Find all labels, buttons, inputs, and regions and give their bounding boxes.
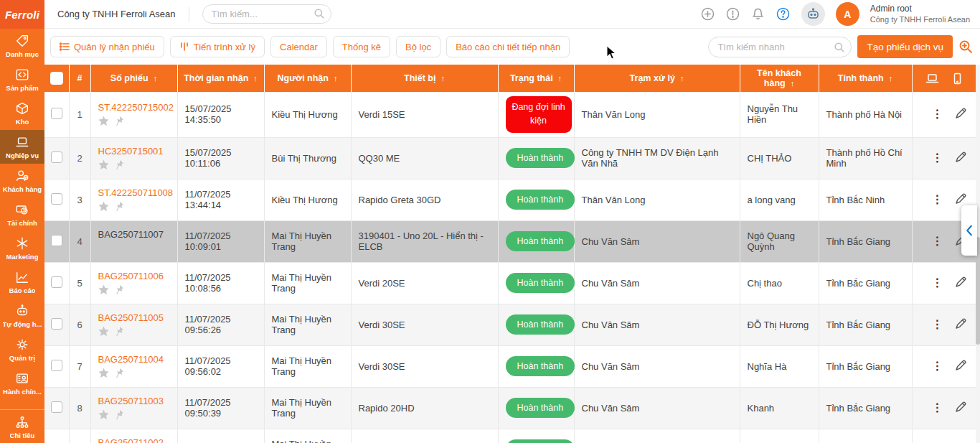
row-checkbox[interactable]: [51, 276, 62, 288]
receiver-cell: Bùi Thị Thương: [264, 137, 351, 179]
kebab-menu-icon[interactable]: ⋮: [932, 402, 943, 414]
row-checkbox[interactable]: [51, 151, 62, 163]
zoom-in-icon[interactable]: [958, 39, 973, 54]
svg-text:$: $: [23, 208, 26, 213]
edit-icon[interactable]: [955, 107, 967, 121]
kebab-menu-icon[interactable]: ⋮: [932, 319, 943, 330]
ticket-flags: [98, 368, 170, 378]
side-panel-expander[interactable]: [961, 205, 977, 256]
row-checkbox[interactable]: [51, 108, 62, 119]
column-header-thoi-gian-nhan[interactable]: Thời gian nhận↑: [177, 65, 264, 92]
table-row: 1 ST.422250715002 15/07/2025 14:35:50 Ki…: [44, 92, 976, 137]
phone-icon: [951, 72, 964, 85]
row-checkbox[interactable]: [51, 401, 62, 413]
status-badge: Hoàn thành: [506, 273, 575, 293]
edit-icon[interactable]: [955, 317, 967, 332]
laptop-icon: [14, 134, 30, 150]
column-header-tram-xu-ly[interactable]: Trạm xử lý↑: [574, 65, 740, 92]
sidebar-item-kho[interactable]: Kho: [0, 96, 44, 130]
actions-cell: ⋮: [912, 304, 976, 345]
ticket-number[interactable]: BAG250711004: [98, 354, 170, 365]
column-header-trang-thai[interactable]: Trạng thái↑: [498, 65, 574, 92]
avatar[interactable]: A: [836, 2, 859, 26]
manage-tickets-button[interactable]: Quản lý nhận phiếu: [50, 36, 164, 57]
toolbar: Quản lý nhận phiếu Tiến trình xử lý Cale…: [44, 29, 980, 65]
sidebar-item-san-pham[interactable]: Sản phẩm: [0, 62, 44, 96]
statistics-button[interactable]: Thống kê: [333, 36, 390, 57]
ticket-number[interactable]: BAG250711005: [98, 312, 170, 323]
ticket-flags: [98, 159, 170, 170]
edit-icon[interactable]: [955, 276, 967, 290]
kebab-menu-icon[interactable]: ⋮: [932, 152, 943, 164]
station-cell: Chu Văn Sâm: [574, 387, 740, 429]
create-service-ticket-button[interactable]: Tạo phiếu dịch vụ: [857, 35, 953, 58]
money-icon: $: [14, 202, 30, 218]
ticket-number[interactable]: BAG250711003: [98, 396, 170, 406]
receive-time-cell: 11/07/2025 10:08:56: [177, 262, 264, 304]
sort-asc-icon: ↑: [253, 74, 258, 83]
sidebar-item-danh-muc[interactable]: Danh mục: [0, 29, 44, 62]
sidebar-item-tai-chinh[interactable]: $ Tài chính: [0, 197, 44, 231]
ticket-number[interactable]: ST.422250711008: [98, 187, 170, 198]
row-checkbox[interactable]: [51, 318, 62, 330]
receive-time-cell: 15/07/2025 10:11:06: [177, 137, 264, 179]
sidebar-item-khach-hang[interactable]: Khách hàng: [0, 164, 44, 197]
ticket-number[interactable]: BAG250711002: [98, 437, 170, 443]
user-info: Admin root Công ty TNHH Ferroli Asean: [870, 4, 973, 25]
ticket-number[interactable]: BAG250711006: [98, 271, 170, 281]
select-all-checkbox[interactable]: [50, 72, 63, 85]
sidebar-item-nghiep-vu[interactable]: Nghiệp vụ: [0, 130, 44, 164]
edit-icon[interactable]: [955, 401, 967, 415]
sidebar-item-chi-tieu[interactable]: Chi tiêu: [0, 409, 44, 443]
kebab-menu-icon[interactable]: ⋮: [932, 194, 943, 205]
receive-time: 09:50:39: [185, 408, 257, 419]
help-circle-icon[interactable]: [776, 7, 791, 22]
status-badge: Hoàn thành: [506, 439, 575, 443]
sidebar-item-quan-tri[interactable]: Quản trị: [0, 332, 44, 366]
row-checkbox[interactable]: [51, 193, 62, 205]
row-checkbox[interactable]: [51, 235, 62, 246]
global-search-input[interactable]: [202, 4, 331, 24]
sidebar-item-hanh-chinh[interactable]: Hành chín...: [0, 366, 44, 400]
ticket-number[interactable]: BAG250711007: [98, 229, 170, 240]
row-checkbox[interactable]: [51, 360, 62, 371]
kebab-menu-icon[interactable]: ⋮: [932, 236, 943, 247]
column-header-thiet-bi[interactable]: Thiết bị↑: [351, 65, 498, 92]
station-cell: Thân Văn Long: [574, 92, 740, 137]
ticket-number[interactable]: HC3250715001: [98, 146, 170, 157]
edit-icon[interactable]: [955, 151, 967, 165]
ticket-flags: [98, 116, 170, 126]
ticket-number[interactable]: ST.422250715002: [98, 102, 170, 113]
bell-icon[interactable]: [751, 7, 765, 22]
kebab-menu-icon[interactable]: ⋮: [932, 108, 943, 120]
sidebar-item-marketing[interactable]: Marketing: [0, 231, 44, 265]
kebab-menu-icon[interactable]: ⋮: [932, 360, 943, 372]
quick-search-input[interactable]: [708, 37, 852, 57]
filter-button[interactable]: Bộ lọc: [396, 36, 440, 57]
column-header-tinh-thanh[interactable]: Tỉnh thành↑: [819, 65, 912, 92]
row-index: 5: [69, 262, 90, 304]
process-progress-button[interactable]: Tiến trình xử lý: [170, 36, 265, 57]
receive-date: 11/07/2025: [185, 230, 257, 241]
column-header-so-phieu[interactable]: Số phiếu↑: [90, 65, 177, 92]
kebab-menu-icon[interactable]: ⋮: [932, 277, 943, 289]
alert-circle-icon[interactable]: [726, 7, 740, 22]
detail-report-button[interactable]: Báo cáo chi tiết tiếp nhận: [446, 36, 570, 57]
gear-icon: [14, 337, 30, 353]
pin-icon: [113, 368, 124, 378]
pin-icon: [113, 201, 124, 212]
user-name: Admin root: [870, 4, 970, 15]
column-header-nguoi-nhan[interactable]: Người nhận↑: [264, 65, 351, 92]
plus-circle-icon[interactable]: [701, 7, 715, 22]
calendar-button[interactable]: Calendar: [270, 36, 327, 57]
actions-cell: ⋮: [912, 429, 976, 443]
chatbot-icon[interactable]: [801, 2, 825, 26]
edit-icon[interactable]: [955, 359, 967, 373]
sidebar-item-bao-cao[interactable]: Báo cáo: [0, 265, 44, 299]
sidebar-item-tu-dong-hoa[interactable]: Tự động h...: [0, 299, 44, 332]
customer-cell: Nguyễn Thu Hiền: [740, 92, 819, 137]
status-cell: Hoàn thành: [498, 179, 574, 220]
column-header-ten-khach-hang[interactable]: Tên khách hàng↑: [740, 65, 819, 92]
customer-cell: a long vang: [740, 179, 819, 220]
status-badge: Đang đợi linh kiện: [506, 96, 572, 133]
